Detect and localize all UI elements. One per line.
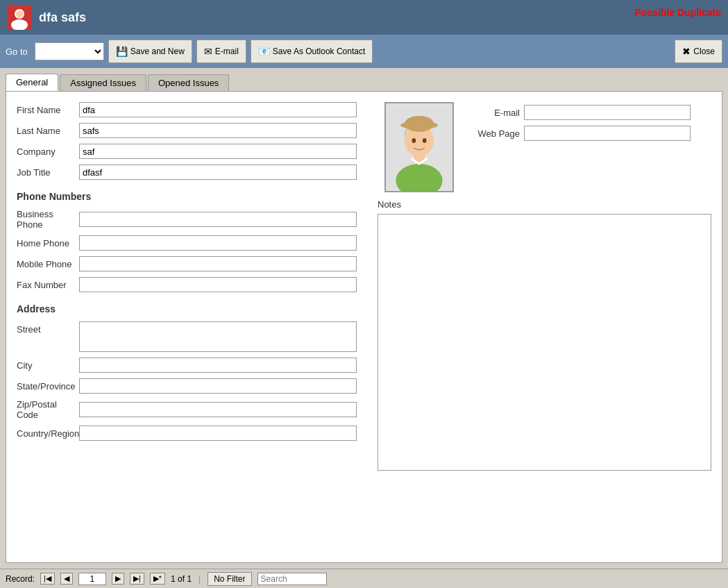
svg-point-9 — [400, 121, 438, 130]
app-icon — [7, 5, 32, 30]
country-label: Country/Region — [17, 428, 79, 439]
webpage-label: Web Page — [468, 128, 520, 139]
nav-new-button[interactable]: ▶* — [150, 573, 165, 585]
country-input[interactable] — [79, 426, 357, 441]
email-label: E-mail — [468, 108, 520, 118]
email-input[interactable] — [524, 105, 691, 120]
fax-number-row: Fax Number — [17, 277, 357, 292]
business-phone-row: Business Phone — [17, 209, 357, 230]
first-name-input[interactable] — [79, 102, 357, 117]
nav-prev-button[interactable]: ◀ — [60, 573, 73, 585]
zip-label: Zip/Postal Code — [17, 399, 79, 420]
last-name-row: Last Name — [17, 123, 357, 138]
notes-textarea[interactable] — [378, 214, 711, 471]
first-name-label: First Name — [17, 105, 79, 115]
form-panel: First Name Last Name Company Job Title P… — [6, 91, 722, 563]
phone-section-title: Phone Numbers — [17, 191, 357, 202]
zip-input[interactable] — [79, 402, 357, 417]
email-row: E-mail — [468, 105, 691, 120]
avatar — [384, 102, 454, 192]
job-title-input[interactable] — [79, 165, 357, 180]
tab-bar: General Assigned Issues Opened Issues — [6, 74, 722, 91]
status-bar: Record: |◀ ◀ ▶ ▶| ▶* 1 of 1 | No Filter — [0, 569, 728, 588]
nav-next-button[interactable]: ▶ — [112, 573, 124, 585]
last-name-label: Last Name — [17, 126, 79, 136]
last-name-input[interactable] — [79, 123, 357, 138]
street-input[interactable] — [79, 321, 357, 352]
close-icon: ✖ — [682, 46, 691, 57]
street-label: Street — [17, 324, 79, 335]
mobile-phone-label: Mobile Phone — [17, 259, 79, 269]
email-icon: ✉ — [204, 46, 212, 57]
record-label: Record: — [6, 574, 35, 584]
company-row: Company — [17, 144, 357, 159]
email-button[interactable]: ✉ E-mail — [196, 40, 246, 63]
state-label: State/Province — [17, 381, 79, 392]
fax-number-input[interactable] — [79, 277, 357, 292]
company-label: Company — [17, 146, 79, 157]
save-new-button[interactable]: 💾 Save and New — [108, 40, 192, 63]
status-divider: | — [198, 574, 201, 584]
search-input[interactable] — [257, 573, 327, 585]
goto-select[interactable] — [35, 42, 104, 60]
business-phone-label: Business Phone — [17, 209, 79, 230]
form-right: E-mail Web Page Notes — [378, 102, 711, 473]
webpage-input[interactable] — [524, 126, 691, 141]
mobile-phone-input[interactable] — [79, 256, 357, 271]
toolbar: Go to 💾 Save and New ✉ E-mail 📧 Save As … — [0, 35, 728, 68]
duplicate-warning: Possible Duplicate — [635, 7, 721, 18]
nav-first-button[interactable]: |◀ — [40, 573, 55, 585]
first-name-row: First Name — [17, 102, 357, 117]
city-row: City — [17, 358, 357, 373]
job-title-label: Job Title — [17, 167, 79, 178]
window-title: dfa safs — [39, 10, 86, 25]
tab-general[interactable]: General — [6, 74, 58, 91]
nav-last-button[interactable]: ▶| — [130, 573, 144, 585]
goto-label: Go to — [6, 47, 28, 57]
close-button[interactable]: ✖ Close — [675, 40, 722, 63]
webpage-row: Web Page — [468, 126, 691, 141]
job-title-row: Job Title — [17, 165, 357, 180]
save-new-icon: 💾 — [116, 46, 128, 57]
notes-label: Notes — [378, 199, 711, 210]
home-phone-row: Home Phone — [17, 235, 357, 251]
zip-row: Zip/Postal Code — [17, 399, 357, 420]
company-input[interactable] — [79, 144, 357, 159]
form-left: First Name Last Name Company Job Title P… — [17, 102, 357, 473]
no-filter-button[interactable]: No Filter — [208, 572, 251, 586]
svg-point-11 — [423, 138, 427, 143]
address-section-title: Address — [17, 303, 357, 314]
svg-point-10 — [412, 138, 416, 143]
home-phone-input[interactable] — [79, 235, 357, 251]
city-input[interactable] — [79, 358, 357, 373]
record-total: 1 of 1 — [171, 574, 192, 584]
street-row: Street — [17, 321, 357, 352]
fax-number-label: Fax Number — [17, 280, 79, 290]
tab-opened-issues[interactable]: Opened Issues — [148, 74, 229, 91]
mobile-phone-row: Mobile Phone — [17, 256, 357, 271]
title-bar: dfa safs Possible Duplicate — [0, 0, 728, 35]
home-phone-label: Home Phone — [17, 238, 79, 249]
state-row: State/Province — [17, 378, 357, 394]
country-row: Country/Region — [17, 426, 357, 441]
business-phone-input[interactable] — [79, 212, 357, 227]
main-content: General Assigned Issues Opened Issues Fi… — [0, 68, 728, 569]
record-current-input[interactable] — [78, 573, 106, 585]
state-input[interactable] — [79, 378, 357, 394]
city-label: City — [17, 360, 79, 371]
tab-assigned-issues[interactable]: Assigned Issues — [60, 74, 146, 91]
save-outlook-button[interactable]: 📧 Save As Outlook Contact — [251, 40, 373, 63]
outlook-icon: 📧 — [258, 46, 270, 57]
